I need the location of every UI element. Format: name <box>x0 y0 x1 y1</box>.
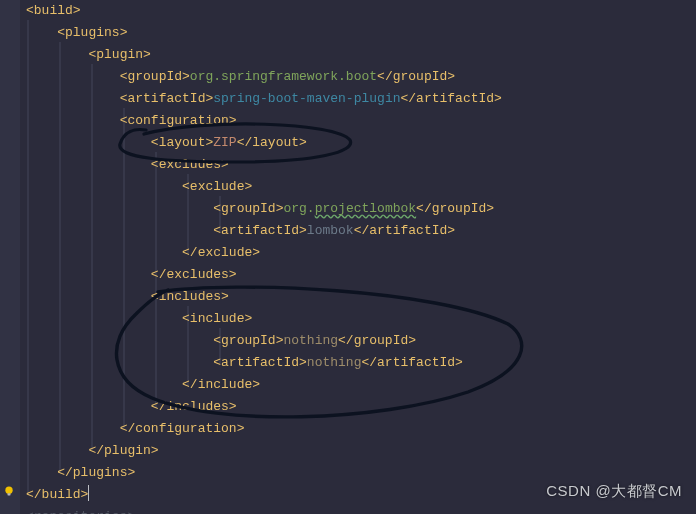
editor-gutter <box>0 0 20 514</box>
code-line: <layout>ZIP</layout> <box>26 132 696 154</box>
code-line: </includes> <box>26 396 696 418</box>
code-line: </excludes> <box>26 264 696 286</box>
code-line: <repositories> <box>26 506 696 514</box>
code-line: </configuration> <box>26 418 696 440</box>
code-line: <groupId>org.projectlombok</groupId> <box>26 198 696 220</box>
watermark: CSDN @大都督CM <box>546 480 682 502</box>
code-line: <groupId>org.springframework.boot</group… <box>26 66 696 88</box>
code-editor-viewport[interactable]: <build> <plugins> <plugin> <groupId>org.… <box>20 0 696 514</box>
code-line: <plugin> <box>26 44 696 66</box>
code-line: <artifactId>nothing</artifactId> <box>26 352 696 374</box>
svg-point-0 <box>5 486 12 493</box>
code-line: </include> <box>26 374 696 396</box>
code-line: <exclude> <box>26 176 696 198</box>
svg-rect-1 <box>8 493 11 495</box>
code-line: <include> <box>26 308 696 330</box>
code-line: <artifactId>lombok</artifactId> <box>26 220 696 242</box>
code-line: <includes> <box>26 286 696 308</box>
code-line: <groupId>nothing</groupId> <box>26 330 696 352</box>
code-line: </exclude> <box>26 242 696 264</box>
code-line: <build> <box>26 0 696 22</box>
text-caret <box>88 485 89 501</box>
code-line: <artifactId>spring-boot-maven-plugin</ar… <box>26 88 696 110</box>
code-line: <configuration> <box>26 110 696 132</box>
code-line: <plugins> <box>26 22 696 44</box>
code-line: <excludes> <box>26 154 696 176</box>
intention-bulb-icon[interactable] <box>2 484 16 498</box>
code-line: </plugin> <box>26 440 696 462</box>
